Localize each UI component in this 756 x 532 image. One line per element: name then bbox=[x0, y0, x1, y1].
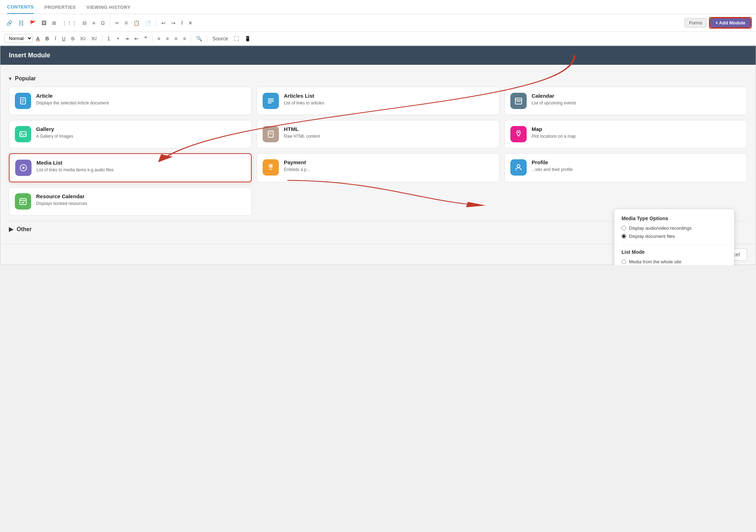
modal-title: Insert Module bbox=[9, 52, 50, 59]
italic2-btn[interactable]: I bbox=[52, 34, 58, 43]
module-card-html[interactable]: HTML Raw HTML content bbox=[257, 120, 499, 148]
svg-marker-18 bbox=[23, 166, 25, 169]
undo-btn[interactable]: ↩ bbox=[159, 19, 168, 27]
payment-desc: Embeds a p... bbox=[284, 167, 310, 173]
popular-section-header[interactable]: ▾ Popular bbox=[9, 72, 747, 87]
bold-btn[interactable]: B bbox=[43, 34, 51, 43]
sep5 bbox=[191, 35, 191, 42]
redo-btn[interactable]: ↪ bbox=[169, 19, 178, 27]
align-right-btn[interactable]: ≡ bbox=[172, 34, 179, 43]
copy-btn[interactable]: ⎘ bbox=[123, 19, 130, 27]
audio-video-radio[interactable] bbox=[622, 226, 626, 230]
table2-btn[interactable]: ⊟ bbox=[80, 19, 89, 27]
indent-btn[interactable]: ⇥ bbox=[122, 34, 131, 43]
media-options-popup: Media Type Options Display audio/video r… bbox=[614, 209, 734, 265]
toolbar-right: Forms + Add Module bbox=[685, 17, 752, 29]
document-files-option[interactable]: Display document files bbox=[622, 234, 727, 239]
module-card-resource-calendar[interactable]: Resource Calendar Displays booked resour… bbox=[9, 187, 252, 216]
map-name: Map bbox=[532, 126, 576, 132]
strike-btn[interactable]: S bbox=[69, 34, 76, 43]
fullscreen-btn[interactable]: ⛶ bbox=[232, 34, 241, 43]
resource-calendar-desc: Displays booked resources bbox=[36, 201, 87, 207]
whole-site-option[interactable]: Media from the whole site bbox=[622, 259, 727, 264]
ol-btn[interactable]: 1. bbox=[105, 34, 114, 43]
popular-label: Popular bbox=[15, 75, 36, 82]
payment-name: Payment bbox=[284, 159, 310, 165]
module-card-media-list[interactable]: Media List List of links to media items … bbox=[9, 153, 252, 182]
modal-header: Insert Module bbox=[0, 46, 756, 65]
whole-site-radio[interactable] bbox=[622, 259, 626, 264]
superscript-btn[interactable]: X2 bbox=[89, 34, 99, 43]
table-btn[interactable]: ⊞ bbox=[50, 19, 58, 27]
gallery-icon bbox=[15, 126, 31, 142]
html-name: HTML bbox=[284, 126, 320, 132]
document-files-label: Display document files bbox=[629, 234, 675, 239]
popular-chevron: ▾ bbox=[9, 76, 11, 81]
payment-icon bbox=[263, 159, 279, 176]
calendar-icon bbox=[510, 93, 527, 109]
paste2-btn[interactable]: 📄 bbox=[143, 19, 153, 27]
font-color-btn[interactable]: A bbox=[34, 34, 42, 43]
justify-btn[interactable]: ≡ bbox=[181, 34, 188, 43]
gallery-desc: A Gallery of Images bbox=[36, 133, 73, 139]
module-card-articles-list[interactable]: Articles List List of links to articles bbox=[257, 87, 499, 115]
ul-btn[interactable]: • bbox=[115, 34, 121, 43]
document-files-radio[interactable] bbox=[622, 234, 626, 239]
tab-viewing-history[interactable]: VIEWING HISTORY bbox=[86, 5, 131, 13]
unlink-btn[interactable]: ⛓️ bbox=[16, 19, 26, 27]
forms-button[interactable]: Forms bbox=[685, 18, 707, 28]
tab-properties[interactable]: PROPERTIES bbox=[45, 5, 76, 13]
align-btn[interactable]: ≡ bbox=[90, 19, 97, 27]
tab-contents[interactable]: CONTENTS bbox=[7, 4, 34, 14]
link-btn[interactable]: 🔗 bbox=[4, 19, 15, 27]
svg-point-21 bbox=[517, 165, 520, 167]
media-list-desc: List of links to media items e.g.audio f… bbox=[36, 167, 114, 173]
svg-rect-10 bbox=[517, 101, 518, 102]
subscript-btn[interactable]: X2 bbox=[78, 34, 88, 43]
audio-video-option[interactable]: Display audio/video recordings bbox=[622, 225, 727, 231]
popup-divider bbox=[622, 245, 727, 245]
article-name: Article bbox=[36, 93, 109, 99]
outdent-btn[interactable]: ⇤ bbox=[132, 34, 141, 43]
style-select[interactable]: Normal bbox=[4, 34, 33, 43]
omega-btn[interactable]: Ω bbox=[99, 19, 107, 27]
profile-info: Profile ...ster and their profile bbox=[532, 159, 573, 173]
add-module-button[interactable]: + Add Module bbox=[710, 18, 751, 28]
html-desc: Raw HTML content bbox=[284, 133, 320, 139]
clear-format-btn[interactable]: ✕ bbox=[186, 19, 195, 27]
svg-rect-11 bbox=[518, 101, 519, 102]
html-icon bbox=[263, 126, 279, 142]
toolbar-row1: 🔗 ⛓️ 🚩 🖼 ⊞ ⋮⋮⋮ ⊟ ≡ Ω ✂ ⎘ 📋 📄 ↩ ↪ I ✕ For… bbox=[0, 14, 756, 32]
preview-btn[interactable]: 📱 bbox=[242, 34, 253, 43]
module-card-profile[interactable]: Profile ...ster and their profile bbox=[504, 153, 747, 182]
modules-row1: Article Displays the selected Article do… bbox=[9, 87, 747, 216]
editor-wrapper: CONTENTS PROPERTIES VIEWING HISTORY 🔗 ⛓️… bbox=[0, 0, 756, 46]
align-left-btn[interactable]: ≡ bbox=[155, 34, 162, 43]
media-list-icon bbox=[15, 160, 31, 176]
module-card-calendar[interactable]: Calendar List of upcoming events bbox=[504, 87, 747, 115]
source-btn[interactable]: Source bbox=[210, 34, 230, 43]
tabs-bar: CONTENTS PROPERTIES VIEWING HISTORY bbox=[0, 0, 756, 14]
calendar-desc: List of upcoming events bbox=[532, 100, 576, 106]
cut-btn[interactable]: ✂ bbox=[113, 19, 121, 27]
image-btn[interactable]: 🖼 bbox=[39, 19, 48, 27]
search-btn[interactable]: 🔍 bbox=[194, 34, 204, 43]
grid-btn[interactable]: ⋮⋮⋮ bbox=[60, 19, 79, 27]
flag-btn[interactable]: 🚩 bbox=[28, 19, 38, 27]
sep2 bbox=[156, 19, 156, 27]
svg-point-19 bbox=[270, 165, 272, 167]
module-card-payment[interactable]: Payment Embeds a p... bbox=[257, 153, 499, 182]
sep4 bbox=[152, 35, 153, 42]
module-card-article[interactable]: Article Displays the selected Article do… bbox=[9, 87, 252, 115]
module-card-map[interactable]: Map Plot locations on a map bbox=[504, 120, 747, 148]
italic-btn[interactable]: I bbox=[179, 19, 185, 27]
module-card-gallery[interactable]: Gallery A Gallery of Images bbox=[9, 120, 252, 148]
quote-btn[interactable]: ❞ bbox=[142, 34, 149, 43]
svg-rect-22 bbox=[20, 199, 26, 205]
paste-btn[interactable]: 📋 bbox=[131, 19, 142, 27]
payment-info: Payment Embeds a p... bbox=[284, 159, 310, 173]
profile-name: Profile bbox=[532, 159, 573, 165]
underline-btn[interactable]: U bbox=[60, 34, 68, 43]
map-info: Map Plot locations on a map bbox=[532, 126, 576, 139]
align-center-btn[interactable]: ≡ bbox=[164, 34, 171, 43]
